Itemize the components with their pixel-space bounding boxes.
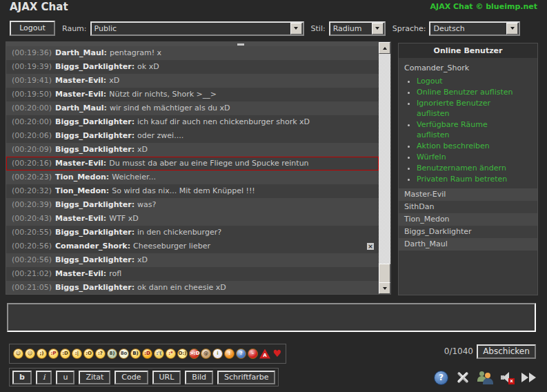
emoticon[interactable]: @ xyxy=(201,349,211,359)
dropdown-arrow-icon xyxy=(290,23,302,35)
message-text: ok xD xyxy=(137,62,159,71)
help-icon[interactable]: ? xyxy=(434,371,448,385)
sound-muted-icon[interactable]: x xyxy=(500,371,515,384)
delete-message-icon[interactable]: × xyxy=(367,243,374,250)
format-button[interactable]: b xyxy=(12,371,32,384)
emoticon[interactable]: :D xyxy=(142,349,152,359)
emoticon[interactable]: ☺ xyxy=(13,349,23,359)
language-label: Sprache: xyxy=(392,24,426,33)
autoscroll-fast-forward-icon[interactable] xyxy=(521,373,536,382)
format-button[interactable]: Schriftfarbe xyxy=(217,371,275,384)
chat-panel: (00:19:36)Darth_Maulpentagram! x × (00:1… xyxy=(6,41,391,295)
user-action-link[interactable]: Online Benutzer auflisten xyxy=(417,88,513,97)
emoticon[interactable]: 8o xyxy=(119,349,129,359)
char-counter: 0/1040 xyxy=(444,346,473,356)
user-action-link[interactable]: Verfügbare Räume auflisten xyxy=(417,120,488,139)
emoticon[interactable]: ☹ xyxy=(25,349,35,359)
emoticon[interactable]: :O xyxy=(83,349,94,359)
user-action-link[interactable]: Würfeln xyxy=(417,153,446,161)
emoticon[interactable]: :? xyxy=(95,349,106,359)
emoticon[interactable]: ;) xyxy=(37,349,47,359)
scrollbar-thumb[interactable] xyxy=(379,264,390,284)
user-action-link[interactable]: Benutzernamen ändern xyxy=(417,164,506,173)
emoticon[interactable]: A xyxy=(259,349,270,359)
message-text: ok dann ein cheesie xD xyxy=(137,283,226,292)
current-user-name[interactable]: Comander_Shork xyxy=(399,58,537,74)
online-user[interactable]: SithDan xyxy=(399,201,537,213)
message-username: Master-Evil xyxy=(55,269,106,278)
emoticon[interactable]: ? xyxy=(236,349,246,359)
emoticon[interactable]: :'( xyxy=(154,349,164,359)
brand-link[interactable]: AJAX Chat © blueimp.net xyxy=(430,2,537,11)
online-user[interactable]: Tion_Medon xyxy=(399,213,537,226)
online-users-icon[interactable] xyxy=(477,371,493,384)
user-action-item: Würfeln xyxy=(417,152,530,162)
message-username: Biggs_Darklighter xyxy=(55,117,135,126)
message-timestamp: (00:21:02) xyxy=(12,269,52,278)
message-username: Comander_Shork xyxy=(55,242,130,251)
chat-message: (00:19:39)Biggs_Darklighterok xD × xyxy=(6,60,379,74)
format-button[interactable]: Zitat xyxy=(79,371,110,384)
chat-message: (00:20:55)Biggs_Darklighterin den chicke… xyxy=(6,226,379,239)
message-username: Tion_Medon xyxy=(55,173,109,182)
message-username: Master-Evil xyxy=(55,159,106,168)
emoticon[interactable]: :D xyxy=(60,349,70,359)
emoticon[interactable]: O:) xyxy=(177,349,188,359)
message-timestamp: (00:20:56) xyxy=(12,255,52,264)
format-button[interactable]: i xyxy=(36,371,52,384)
online-users-title: Online Benutzer xyxy=(399,43,537,58)
room-select[interactable]: Public xyxy=(90,21,304,36)
message-text: Weicheier... xyxy=(112,173,156,182)
user-actions-list: Logout Online Benutzer auflisten Ignorie… xyxy=(399,76,537,184)
emoticon[interactable]: ♥ xyxy=(272,349,282,359)
online-user[interactable]: Darth_Maul xyxy=(399,238,537,251)
message-timestamp: (00:20:55) xyxy=(12,228,52,237)
logout-button[interactable]: Logout xyxy=(10,21,55,36)
emoticon[interactable]: 8) xyxy=(107,349,117,359)
message-timestamp: (00:20:00) xyxy=(12,117,52,126)
user-action-link[interactable]: Logout xyxy=(417,77,443,86)
emoticon[interactable]: ! xyxy=(224,349,235,359)
format-button[interactable]: Code xyxy=(115,371,148,384)
language-select-value: Deutsch xyxy=(430,24,506,33)
style-label: Stil: xyxy=(311,24,326,33)
online-user[interactable]: Biggs_Darklighter xyxy=(399,226,537,238)
message-text: xD xyxy=(137,255,148,264)
user-action-link[interactable]: Aktion beschreiben xyxy=(417,141,490,150)
room-label: Raum: xyxy=(62,24,87,33)
message-input[interactable] xyxy=(7,303,536,332)
language-select[interactable]: Deutsch xyxy=(429,21,520,36)
format-bar: b i u Zitat Code URL Bild Schriftfarbe xyxy=(9,368,279,386)
format-button[interactable]: u xyxy=(56,371,74,384)
emoticon[interactable]: >:D xyxy=(189,349,199,359)
send-button[interactable]: Abschicken xyxy=(477,344,536,359)
emoticon[interactable]: :| xyxy=(72,349,82,359)
online-user[interactable]: Master-Evil xyxy=(399,188,537,201)
message-text: rofl xyxy=(109,269,121,278)
emoticon[interactable]: i xyxy=(212,349,223,359)
chat-message: (00:21:02)Master-Evilrofl × xyxy=(6,267,379,281)
emoticon[interactable]: :P xyxy=(48,349,59,359)
emoticon[interactable]: :* xyxy=(166,349,176,359)
message-username: Darth_Maul xyxy=(55,104,107,112)
message-username: Biggs_Darklighter xyxy=(55,200,135,209)
user-action-item: Benutzernamen ändern xyxy=(417,163,530,173)
format-button[interactable]: Bild xyxy=(185,371,213,384)
emoticon[interactable]: B) xyxy=(130,349,141,359)
message-text: WTF xD xyxy=(109,214,138,223)
chat-message: (00:20:16)Master-EvilDu musst da aber au… xyxy=(6,157,379,170)
user-action-link[interactable]: Ignorierte Benutzer auflisten xyxy=(417,99,490,118)
scroll-down-button[interactable] xyxy=(379,282,390,294)
format-button[interactable]: URL xyxy=(152,371,181,384)
message-text: in den chickenburger? xyxy=(137,228,221,237)
settings-tools-icon[interactable] xyxy=(455,371,470,384)
emoticon[interactable]: – xyxy=(248,349,258,359)
message-username: Biggs_Darklighter xyxy=(55,255,135,264)
title-bar: AJAX Chat AJAX Chat © blueimp.net xyxy=(0,0,547,18)
scroll-up-button[interactable] xyxy=(379,42,390,54)
user-action-item: Ignorierte Benutzer auflisten xyxy=(417,98,530,119)
user-action-link[interactable]: Privaten Raum betreten xyxy=(417,175,507,184)
online-users-panel: Online Benutzer Comander_Shork Logout On… xyxy=(398,43,538,295)
scrollbar-track[interactable] xyxy=(379,54,390,282)
style-select[interactable]: Radium xyxy=(329,21,386,36)
